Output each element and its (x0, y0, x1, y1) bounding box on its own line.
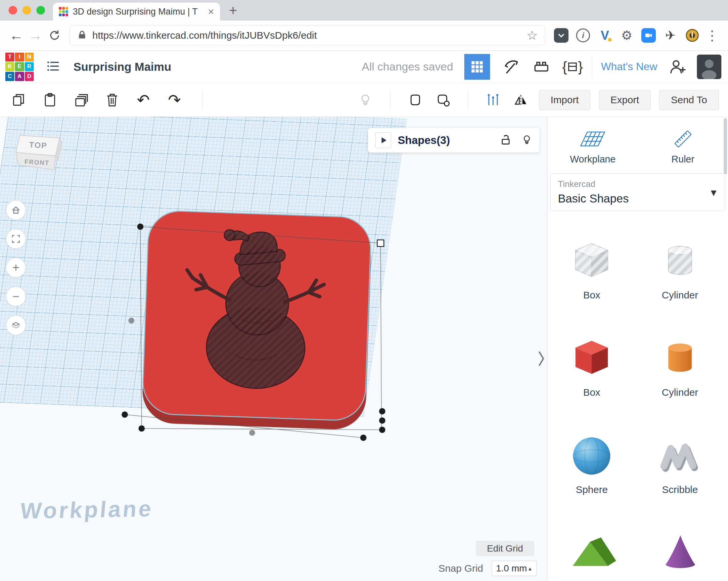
edit-grid-button[interactable]: Edit Grid (476, 541, 534, 556)
shape-tile-cylinder-hole[interactable]: Cylinder (636, 231, 724, 328)
unlock-icon[interactable] (500, 134, 512, 147)
view-cube[interactable]: TOP FRONT (15, 128, 68, 174)
snap-grid-select[interactable]: 1.0 mm ▲ (492, 561, 537, 576)
shape-tile-roof[interactable]: Roof (548, 523, 636, 581)
shapes-panel-title: Shapes(3) (398, 134, 450, 147)
ungroup-icon[interactable] (434, 90, 453, 109)
lego-brick-icon[interactable] (530, 56, 552, 78)
box-red-icon (566, 332, 618, 384)
gear-icon[interactable]: ⚙ (620, 28, 634, 43)
shapes-sidebar: Workplane Ruler Tinkercad Basic Shapes ▾ (547, 117, 728, 581)
zoom-in-button[interactable]: + (6, 258, 26, 278)
viewcube-front-label: FRONT (25, 158, 50, 166)
scribble-icon (654, 429, 706, 481)
minimize-window-button[interactable] (23, 6, 31, 15)
chevron-down-icon: ▾ (711, 186, 717, 199)
box-striped-icon (566, 235, 618, 286)
category-name: Basic Shapes (558, 192, 718, 205)
undo-icon[interactable]: ↶ (134, 90, 153, 109)
workplane-watermark: Workplane (19, 496, 154, 524)
align-icon[interactable] (484, 90, 503, 109)
redo-icon[interactable]: ↷ (165, 90, 184, 109)
tab-title: 3D design Surprising Maimu | T (73, 7, 204, 17)
shape-tile-box[interactable]: Box (548, 328, 636, 426)
tinkercad-favicon (59, 7, 68, 16)
selected-red-box[interactable] (141, 209, 372, 422)
properties-list-icon[interactable] (46, 58, 61, 75)
codeblocks-icon[interactable]: {} (562, 56, 583, 78)
compass-extension-icon[interactable] (685, 28, 700, 43)
snap-grid-control: Snap Grid 1.0 mm ▲ (438, 561, 537, 576)
add-user-icon[interactable] (667, 56, 688, 78)
sidebar-scrollbar[interactable] (724, 118, 727, 174)
back-icon[interactable]: ← (7, 26, 26, 45)
import-button[interactable]: Import (539, 90, 590, 110)
group-icon[interactable] (406, 90, 425, 109)
snap-grid-value: 1.0 mm (496, 563, 527, 574)
browser-tab[interactable]: 3D design Surprising Maimu | T × (53, 3, 220, 21)
workplane-icon (579, 129, 606, 149)
export-button[interactable]: Export (599, 90, 651, 110)
perspective-toggle-button[interactable] (6, 315, 26, 335)
expand-shapes-button[interactable] (375, 132, 391, 148)
app-header: TIN KER CAD Surprising Maimu All changes… (0, 51, 728, 83)
roof-green-icon (566, 526, 618, 578)
save-status: All changes saved (362, 60, 453, 73)
shape-label: Box (583, 290, 600, 301)
video-camera-extension-icon[interactable] (641, 28, 656, 43)
shape-category-select[interactable]: Tinkercad Basic Shapes ▾ (550, 174, 725, 211)
bookmark-star-icon[interactable]: ☆ (526, 28, 538, 43)
tinkercad-logo[interactable]: TIN KER CAD (5, 53, 34, 81)
new-tab-button[interactable]: + (229, 3, 237, 19)
shape-tile-cylinder[interactable]: Cylinder (636, 328, 724, 426)
shape-label: Scribble (662, 484, 698, 495)
address-bar[interactable]: https://www.tinkercad.com/things/itJUBVs… (70, 25, 545, 45)
ruler-tool-label: Ruler (671, 154, 694, 165)
home-view-button[interactable] (6, 200, 26, 220)
minecraft-pickaxe-icon[interactable] (499, 56, 521, 78)
design-title[interactable]: Surprising Maimu (74, 60, 172, 74)
collapse-panel-button[interactable] (536, 348, 547, 370)
duplicate-icon[interactable] (72, 90, 91, 109)
viewcube-top-label: TOP (29, 140, 48, 150)
shape-label: Cylinder (662, 290, 698, 301)
v-extension-icon[interactable]: V (598, 28, 612, 43)
extension-icons: i V ⚙ ✈ (554, 28, 700, 43)
3d-viewport[interactable]: TOP FRONT + − Shapes(3) (0, 117, 547, 581)
zoom-out-button[interactable]: − (6, 287, 26, 307)
ruler-tool[interactable]: Ruler (638, 129, 728, 165)
visibility-bulb-icon[interactable] (521, 134, 532, 146)
shape-tile-scribble[interactable]: Scribble (636, 426, 724, 523)
traffic-lights (8, 6, 45, 15)
ruler-icon (672, 129, 694, 149)
plane-extension-icon[interactable]: ✈ (663, 28, 678, 43)
shape-gallery: Box Cylinder (548, 231, 724, 581)
gallery-grid-button[interactable] (464, 54, 490, 80)
workplane-tool[interactable]: Workplane (548, 129, 638, 165)
shape-tile-sphere[interactable]: Sphere (548, 426, 636, 523)
copy-icon[interactable] (9, 90, 28, 109)
shape-label: Cylinder (662, 387, 698, 398)
caret-up-icon: ▲ (527, 566, 532, 572)
edit-toolbar: ↶ ↷ Import Export Send To (0, 83, 728, 117)
tab-close-icon[interactable]: × (208, 6, 214, 17)
snowman-shape[interactable] (176, 220, 338, 394)
fit-view-button[interactable] (6, 229, 26, 249)
delete-icon[interactable] (103, 90, 122, 109)
close-window-button[interactable] (8, 6, 17, 15)
lock-icon (77, 30, 87, 41)
zoom-window-button[interactable] (36, 6, 45, 15)
reload-icon[interactable] (45, 26, 64, 45)
browser-menu-icon[interactable]: ⋮ (703, 28, 721, 43)
mirror-icon[interactable] (511, 90, 530, 109)
forward-icon[interactable]: → (26, 26, 45, 45)
paste-icon[interactable] (41, 90, 59, 109)
info-extension-icon[interactable]: i (576, 28, 590, 43)
show-all-bulb-icon[interactable] (356, 90, 375, 109)
whats-new-link[interactable]: What's New (601, 60, 657, 73)
shape-tile-cone[interactable]: Cone (636, 523, 724, 581)
user-avatar[interactable] (697, 55, 721, 79)
send-to-button[interactable]: Send To (659, 90, 719, 110)
pocket-extension-icon[interactable] (554, 28, 569, 43)
shape-tile-box-hole[interactable]: Box (548, 231, 636, 328)
